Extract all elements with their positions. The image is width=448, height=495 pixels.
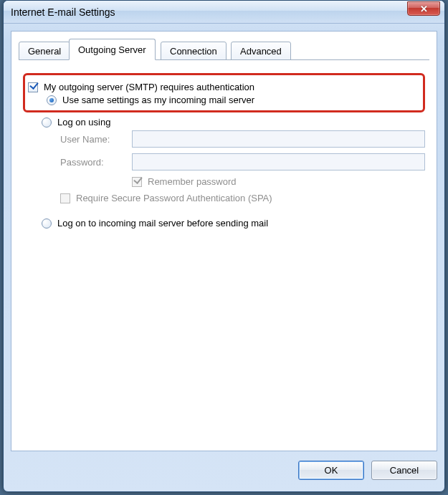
ok-button[interactable]: OK (298, 461, 364, 480)
close-icon: ✕ (420, 4, 428, 14)
tab-label: Outgoing Server (78, 44, 146, 55)
dialog-footer: OK Cancel (11, 456, 437, 484)
remember-password-row: Remember password (132, 176, 425, 187)
logon-before-send-radio[interactable] (42, 218, 52, 229)
tab-content: My outgoing server (SMTP) requires authe… (11, 60, 437, 238)
client-area: General Outgoing Server Connection Advan… (11, 31, 437, 451)
remember-password-checkbox[interactable] (132, 177, 142, 187)
tab-general[interactable]: General (19, 42, 70, 60)
window-title: Internet E-mail Settings (11, 6, 115, 18)
password-input[interactable] (132, 153, 425, 170)
password-row: Password: (60, 153, 425, 170)
titlebar[interactable]: Internet E-mail Settings ✕ (4, 1, 444, 24)
tab-label: General (28, 46, 61, 57)
require-spa-checkbox[interactable] (60, 193, 70, 203)
ok-button-label: OK (325, 465, 338, 476)
tab-label: Connection (170, 46, 217, 57)
logon-using-label: Log on using (57, 117, 110, 128)
tab-strip: General Outgoing Server Connection Advan… (19, 39, 429, 60)
use-same-row: Use same settings as my incoming mail se… (47, 95, 420, 105)
username-label: User Name: (60, 134, 132, 145)
remember-password-label: Remember password (148, 176, 237, 187)
cancel-button-label: Cancel (390, 465, 419, 476)
dialog-window: Internet E-mail Settings ✕ General Outgo… (3, 0, 445, 492)
use-same-label: Use same settings as my incoming mail se… (62, 95, 254, 105)
tab-advanced[interactable]: Advanced (231, 42, 291, 60)
close-button[interactable]: ✕ (407, 1, 440, 16)
tab-connection[interactable]: Connection (161, 42, 227, 60)
logon-using-radio[interactable] (42, 117, 52, 128)
require-spa-row: Require Secure Password Authentication (… (60, 193, 425, 203)
tab-outgoing-server[interactable]: Outgoing Server (69, 39, 156, 60)
logon-before-send-row: Log on to incoming mail server before se… (42, 218, 425, 229)
logon-before-send-label: Log on to incoming mail server before se… (57, 218, 268, 229)
cancel-button[interactable]: Cancel (371, 461, 437, 480)
tab-label: Advanced (240, 46, 282, 57)
username-row: User Name: (60, 130, 425, 148)
require-spa-label: Require Secure Password Authentication (… (76, 193, 272, 203)
logon-using-row: Log on using (42, 117, 425, 128)
use-same-radio[interactable] (47, 95, 57, 105)
username-input[interactable] (132, 130, 425, 148)
highlight-annotation: My outgoing server (SMTP) requires authe… (23, 73, 425, 112)
requires-auth-checkbox[interactable] (28, 82, 38, 92)
password-label: Password: (60, 157, 132, 168)
requires-auth-row: My outgoing server (SMTP) requires authe… (28, 82, 420, 92)
requires-auth-label: My outgoing server (SMTP) requires authe… (44, 82, 254, 92)
